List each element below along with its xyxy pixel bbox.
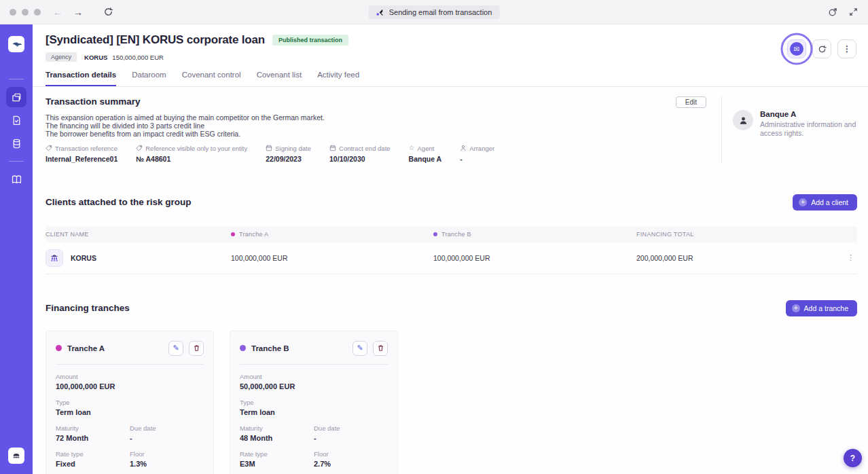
delete-tranche-button[interactable]: [189, 341, 204, 356]
sidebar-item-data[interactable]: [6, 133, 26, 153]
table-row[interactable]: KORUS 100,000,000 EUR 100,000,000 EUR 20…: [46, 242, 857, 274]
field-contract-end-date: Contract end date 10/10/2030: [329, 145, 391, 163]
column-tranche-a: Tranche A: [231, 231, 433, 238]
app-window: ← → Sending email from transaction: [0, 0, 868, 474]
client-financing-total: 200,000,000 EUR: [636, 254, 837, 262]
link-icon[interactable]: [828, 7, 838, 17]
client-tranche-a-value: 100,000,000 EUR: [231, 254, 433, 262]
tranche-maturity: 72 Month: [56, 434, 130, 442]
window-traffic-lights[interactable]: [10, 9, 41, 16]
browser-topbar: ← → Sending email from transaction: [0, 0, 868, 24]
agent-bank-card[interactable]: Banque A Administrative information and …: [721, 96, 857, 163]
tranche-floor: 1.3%: [130, 460, 204, 468]
tranche-amount: 100,000,000 EUR: [56, 382, 204, 390]
kebab-icon: ⋮: [843, 44, 851, 54]
summary-heading: Transaction summary: [46, 96, 141, 107]
more-options-button[interactable]: ⋮: [837, 39, 856, 58]
tranche-a-dot: [231, 232, 235, 236]
column-client-name: CLIENT NAME: [46, 231, 231, 238]
edit-button[interactable]: Edit: [676, 96, 706, 108]
sidebar-item-transactions[interactable]: [6, 87, 26, 107]
pencil-icon: ✎: [357, 344, 363, 352]
back-icon[interactable]: ←: [53, 7, 62, 18]
transaction-amount: 150,000,000 EUR: [112, 54, 164, 61]
tranche-a-dot: [56, 345, 62, 351]
tab-activity-feed[interactable]: Activity feed: [317, 71, 359, 86]
client-avatar: [46, 249, 63, 267]
page-title: [Syndicated] [EN] KORUS corporate loan: [46, 33, 265, 47]
sidebar-item-documents[interactable]: [6, 110, 26, 130]
agent-bank-description: Administrative information and access ri…: [760, 120, 857, 138]
page-header: [Syndicated] [EN] KORUS corporate loan P…: [33, 24, 868, 87]
tab-bar: Transaction details Dataroom Covenant co…: [46, 71, 857, 86]
main-panel: ✉ ⋮ [Syndicated] [EN] KORUS corporate lo…: [33, 24, 868, 474]
sidebar-item-library[interactable]: [6, 169, 26, 189]
clients-table: CLIENT NAME Tranche A Tranche B FINANCIN…: [46, 226, 857, 274]
sidebar-divider: [9, 79, 24, 79]
header-actions: ✉ ⋮: [787, 39, 856, 58]
calendar-icon: [266, 145, 272, 151]
sidebar-widget-button[interactable]: [8, 448, 24, 464]
envelope-icon: ✉: [794, 45, 799, 53]
window-dot[interactable]: [34, 9, 41, 16]
tag-icon: [136, 145, 143, 151]
add-tranche-button[interactable]: + Add a tranche: [786, 300, 857, 316]
sync-button[interactable]: [812, 39, 831, 58]
tranches-section: Financing tranches + Add a tranche Tranc…: [46, 300, 857, 474]
tranche-card-a: Tranche A ✎ Amount100,000,000 EUR TypeTe…: [46, 331, 214, 474]
tranche-b-dot: [433, 232, 437, 236]
sidebar: [0, 24, 33, 474]
tab-transaction-details[interactable]: Transaction details: [46, 71, 116, 86]
column-tranche-b: Tranche B: [433, 231, 636, 238]
kebab-icon: ⋮: [847, 253, 854, 261]
sidebar-logo[interactable]: [8, 36, 24, 52]
page-content: Transaction summary Edit This expansion …: [33, 87, 868, 474]
tranche-maturity: 48 Month: [240, 434, 314, 442]
app-logo-icon: [376, 8, 384, 16]
plus-icon: +: [792, 304, 800, 312]
sidebar-divider: [9, 161, 24, 162]
tranche-due-date: -: [130, 434, 204, 442]
tab-covenant-control[interactable]: Covenant control: [182, 71, 241, 86]
star-icon: ☆: [409, 145, 415, 151]
help-button[interactable]: ?: [844, 449, 862, 467]
tranche-rate-type: Fixed: [56, 460, 130, 468]
tranche-name: Tranche B: [251, 344, 347, 352]
browser-nav: ← →: [53, 7, 113, 18]
clients-section: Clients attached to the risk group + Add…: [46, 194, 857, 274]
summary-line: The borrower benefits from an impact cre…: [46, 130, 706, 139]
field-transaction-reference: Transaction reference Internal_Reference…: [46, 145, 117, 163]
edit-tranche-button[interactable]: ✎: [168, 341, 183, 356]
expand-icon[interactable]: [848, 7, 858, 17]
edit-tranche-button[interactable]: ✎: [352, 341, 367, 356]
trash-icon: [377, 344, 384, 352]
window-dot[interactable]: [10, 9, 16, 16]
field-agent: ☆ Agent Banque A: [409, 145, 442, 163]
bank-avatar: [733, 110, 753, 130]
question-icon: ?: [850, 454, 855, 463]
client-name: KORUS: [84, 54, 107, 61]
tranche-due-date: -: [314, 434, 388, 442]
add-client-button[interactable]: + Add a client: [793, 194, 857, 211]
person-icon: [460, 145, 467, 151]
tab-covenant-list[interactable]: Covenant list: [257, 71, 302, 86]
pencil-icon: ✎: [173, 344, 179, 352]
plus-icon: +: [799, 198, 807, 206]
tab-dataroom[interactable]: Dataroom: [132, 71, 166, 86]
transaction-summary-section: Transaction summary Edit This expansion …: [46, 96, 857, 163]
send-email-button[interactable]: ✉: [787, 39, 806, 58]
reload-icon[interactable]: [103, 7, 113, 17]
row-menu-button[interactable]: ⋮: [837, 253, 857, 262]
person-icon: [738, 115, 748, 126]
status-badge: Published transaction: [272, 35, 348, 45]
role-tag: Agency: [46, 52, 77, 62]
tag-icon: [46, 145, 52, 151]
browser-tab[interactable]: Sending email from transaction: [369, 5, 500, 19]
tranche-floor: 2.7%: [314, 460, 388, 468]
tranche-type: Term loan: [56, 408, 204, 416]
window-dot[interactable]: [22, 9, 29, 16]
column-financing-total: FINANCING TOTAL: [636, 231, 837, 238]
delete-tranche-button[interactable]: [373, 341, 388, 356]
sync-icon: [818, 45, 827, 54]
forward-icon[interactable]: →: [73, 7, 83, 18]
